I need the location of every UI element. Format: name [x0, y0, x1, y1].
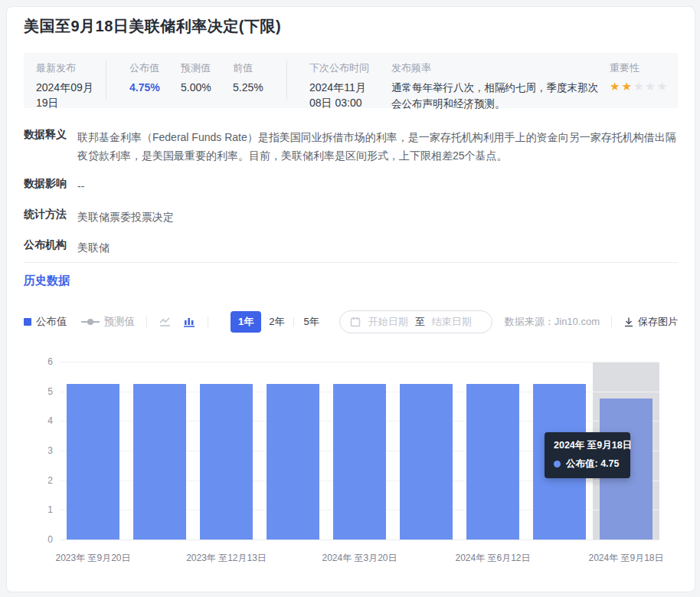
legend-published-label: 公布值	[36, 315, 67, 329]
gridline	[60, 362, 659, 362]
date-range-separator: 至	[415, 315, 425, 329]
x-axis-tick: 2024年 至6月12日	[440, 552, 547, 565]
y-axis-tick: 0	[24, 533, 53, 546]
indicator-card: 美国至9月18日美联储利率决定(下限) 最新发布 2024年09月19日 公布值…	[6, 6, 695, 592]
latest-release-value: 2024年09月19日	[36, 80, 99, 110]
x-axis-tick: 2023年 至9月20日	[40, 552, 147, 565]
download-icon	[623, 317, 634, 327]
y-axis-tick: 4	[24, 415, 53, 427]
forecast-label: 预测值	[181, 61, 211, 75]
star-icon: ★	[633, 80, 645, 93]
star-icon: ★	[621, 80, 633, 93]
legend-forecast[interactable]: 预测值	[81, 315, 136, 329]
latest-release-label: 最新发布	[36, 61, 99, 75]
period-divider	[293, 317, 294, 326]
toolbar-divider	[208, 317, 208, 327]
end-date-input[interactable]: 结束日期	[432, 315, 472, 329]
period-1y-button[interactable]: 1年	[231, 311, 261, 333]
previous-number: 5.25%	[233, 80, 263, 95]
next-release-value: 2024年11月08日 03:00	[309, 80, 377, 110]
data-source-link[interactable]: Jin10.com	[554, 316, 600, 327]
date-range-picker[interactable]: 开始日期 至 结束日期	[339, 310, 492, 333]
star-icon: ★	[657, 80, 669, 93]
bar-chart-icon[interactable]	[183, 316, 195, 328]
line-chart-icon[interactable]	[159, 316, 172, 328]
bar-公布值[interactable]	[400, 384, 453, 540]
bar-公布值[interactable]	[466, 384, 519, 540]
y-axis-tick: 3	[24, 444, 53, 457]
star-icon: ★	[645, 80, 656, 93]
forecast-value: 预测值 5.00%	[181, 61, 211, 95]
period-5y-button[interactable]: 5年	[296, 311, 326, 333]
period-2y-button[interactable]: 2年	[261, 311, 292, 333]
legend-line-dot-icon	[81, 318, 100, 326]
x-axis-line	[60, 540, 659, 540]
published-value: 公布值 4.75%	[129, 61, 160, 95]
chart-toolbar: 公布值 预测值 1年 2年 5年	[24, 310, 678, 333]
page-title: 美国至9月18日美联储利率决定(下限)	[24, 16, 281, 37]
latest-release: 最新发布 2024年09月19日	[36, 61, 99, 110]
toolbar-divider	[611, 317, 612, 327]
importance-label: 重要性	[610, 61, 669, 75]
toolbar-divider	[146, 317, 147, 327]
frequency-value: 通常每年举行八次，相隔约七周，季度末那次会公布声明和经济预测。	[391, 80, 606, 112]
impact-label: 数据影响	[24, 177, 67, 191]
method-label: 统计方法	[24, 208, 67, 221]
agency-label: 公布机构	[24, 238, 67, 252]
forecast-number: 5.00%	[181, 80, 211, 95]
agency-text: 美联储	[77, 238, 678, 257]
bar-公布值[interactable]	[200, 384, 253, 540]
previous-label: 前值	[233, 61, 263, 75]
method-text: 美联储票委投票决定	[77, 208, 678, 226]
x-axis-tick: 2023年 至12月13日	[173, 552, 280, 565]
y-axis-tick: 6	[24, 356, 53, 368]
section-divider	[24, 262, 678, 263]
legend-published[interactable]: 公布值	[24, 315, 67, 329]
summary-divider	[286, 61, 287, 100]
published-label: 公布值	[129, 61, 160, 75]
frequency-label: 发布频率	[391, 61, 606, 75]
legend-forecast-label: 预测值	[104, 315, 136, 329]
x-axis-tick: 2024年 至9月18日	[573, 552, 680, 565]
tooltip-series-dot	[554, 461, 561, 467]
save-image-button[interactable]: 保存图片	[623, 315, 678, 329]
chart-tooltip: 2024年 至9月18日 公布值: 4.75	[545, 432, 630, 478]
y-axis-tick: 2	[24, 474, 53, 487]
star-icon: ★	[610, 80, 621, 93]
start-date-input[interactable]: 开始日期	[368, 315, 408, 329]
period-selector: 1年 2年 5年	[231, 311, 327, 333]
bar-chart: 01234562023年 至9月20日2023年 至12月13日2024年 至3…	[24, 349, 678, 579]
bar-公布值[interactable]	[333, 384, 386, 540]
impact-text: --	[77, 177, 678, 195]
bar-公布值[interactable]	[133, 384, 186, 540]
summary-divider	[106, 61, 106, 100]
legend-square-icon	[24, 318, 31, 326]
importance: 重要性 ★★★★★	[610, 61, 669, 93]
interpretation-label: 数据释义	[24, 128, 67, 142]
next-release: 下次公布时间 2024年11月08日 03:00	[309, 61, 377, 110]
importance-stars: ★★★★★	[610, 80, 669, 93]
interpretation-text: 联邦基金利率（Federal Funds Rate）是指美国同业拆借市场的利率，…	[77, 128, 678, 165]
summary-panel: 最新发布 2024年09月19日 公布值 4.75% 预测值 5.00% 前值 …	[24, 53, 678, 108]
next-release-label: 下次公布时间	[309, 61, 377, 75]
y-axis-tick: 1	[24, 504, 53, 516]
bar-公布值[interactable]	[267, 384, 319, 540]
previous-value: 前值 5.25%	[233, 61, 263, 95]
bar-公布值[interactable]	[67, 384, 119, 540]
save-image-label: 保存图片	[638, 315, 678, 329]
data-source-label: 数据来源：	[505, 316, 554, 327]
history-data-link[interactable]: 历史数据	[24, 274, 70, 288]
tooltip-title: 2024年 至9月18日	[554, 439, 621, 452]
published-number: 4.75%	[129, 80, 160, 95]
frequency: 发布频率 通常每年举行八次，相隔约七周，季度末那次会公布声明和经济预测。	[391, 61, 606, 112]
calendar-icon	[350, 317, 361, 327]
data-source: 数据来源：Jin10.com	[505, 315, 600, 329]
x-axis-tick: 2024年 至3月20日	[306, 552, 414, 565]
tooltip-series-value: 公布值: 4.75	[566, 458, 619, 471]
y-axis-tick: 5	[24, 385, 53, 398]
